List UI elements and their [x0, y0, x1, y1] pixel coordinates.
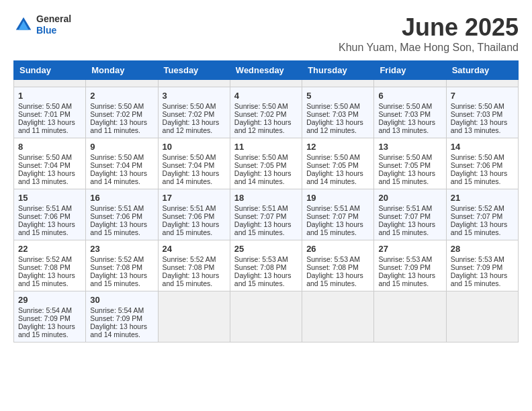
calendar-cell	[446, 80, 518, 87]
sunset-text: Sunset: 7:09 PM	[378, 263, 441, 271]
daylight-text: Daylight: 13 hours and 15 minutes.	[234, 220, 298, 236]
daylight-text: Daylight: 13 hours and 14 minutes.	[163, 169, 226, 185]
col-header-monday: Monday	[86, 61, 158, 80]
calendar-cell: 8Sunrise: 5:50 AMSunset: 7:04 PMDaylight…	[14, 138, 86, 189]
sunrise-text: Sunrise: 5:50 AM	[90, 102, 153, 110]
daylight-text: Daylight: 13 hours and 15 minutes.	[378, 271, 441, 287]
calendar-week-row: 22Sunrise: 5:52 AMSunset: 7:08 PMDayligh…	[14, 240, 519, 291]
calendar-cell: 22Sunrise: 5:52 AMSunset: 7:08 PMDayligh…	[14, 240, 86, 291]
calendar-cell	[374, 291, 446, 342]
day-number: 8	[18, 142, 81, 152]
day-number: 29	[18, 295, 81, 305]
daylight-text: Daylight: 13 hours and 15 minutes.	[451, 169, 514, 185]
sunrise-text: Sunrise: 5:50 AM	[306, 102, 369, 110]
daylight-text: Daylight: 13 hours and 15 minutes.	[306, 271, 369, 287]
calendar-cell: 7Sunrise: 5:50 AMSunset: 7:03 PMDaylight…	[446, 87, 518, 138]
calendar-cell: 13Sunrise: 5:50 AMSunset: 7:05 PMDayligh…	[374, 138, 446, 189]
calendar-week-row: 1Sunrise: 5:50 AMSunset: 7:01 PMDaylight…	[14, 87, 519, 138]
daylight-text: Daylight: 13 hours and 15 minutes.	[163, 271, 226, 287]
day-number: 10	[163, 142, 226, 152]
day-number: 12	[306, 142, 369, 152]
day-number: 17	[163, 193, 226, 203]
calendar-cell: 30Sunrise: 5:54 AMSunset: 7:09 PMDayligh…	[86, 291, 158, 342]
calendar-cell	[158, 291, 230, 342]
sunrise-text: Sunrise: 5:50 AM	[163, 153, 226, 161]
daylight-text: Daylight: 13 hours and 15 minutes.	[451, 220, 514, 236]
sunrise-text: Sunrise: 5:50 AM	[451, 102, 514, 110]
col-header-saturday: Saturday	[446, 61, 518, 80]
sunrise-text: Sunrise: 5:50 AM	[163, 102, 226, 110]
calendar-cell: 17Sunrise: 5:51 AMSunset: 7:06 PMDayligh…	[158, 189, 230, 240]
sunset-text: Sunset: 7:07 PM	[451, 212, 514, 220]
calendar-cell: 6Sunrise: 5:50 AMSunset: 7:03 PMDaylight…	[374, 87, 446, 138]
sunrise-text: Sunrise: 5:52 AM	[90, 255, 153, 263]
title-section: June 2025 Khun Yuam, Mae Hong Son, Thail…	[339, 13, 519, 54]
calendar-cell: 9Sunrise: 5:50 AMSunset: 7:04 PMDaylight…	[86, 138, 158, 189]
calendar-cell: 12Sunrise: 5:50 AMSunset: 7:05 PMDayligh…	[302, 138, 374, 189]
calendar-cell: 27Sunrise: 5:53 AMSunset: 7:09 PMDayligh…	[374, 240, 446, 291]
day-number: 23	[90, 244, 153, 254]
sunset-text: Sunset: 7:04 PM	[163, 161, 226, 169]
calendar-cell: 2Sunrise: 5:50 AMSunset: 7:02 PMDaylight…	[86, 87, 158, 138]
sunrise-text: Sunrise: 5:50 AM	[90, 153, 153, 161]
day-number: 11	[234, 142, 298, 152]
day-number: 3	[163, 91, 226, 101]
day-number: 30	[90, 295, 153, 305]
sunrise-text: Sunrise: 5:51 AM	[234, 204, 298, 212]
sunrise-text: Sunrise: 5:50 AM	[378, 153, 441, 161]
calendar-cell	[86, 80, 158, 87]
sunset-text: Sunset: 7:03 PM	[378, 110, 441, 118]
sunrise-text: Sunrise: 5:51 AM	[163, 204, 226, 212]
daylight-text: Daylight: 13 hours and 13 minutes.	[451, 118, 514, 134]
calendar-cell: 14Sunrise: 5:50 AMSunset: 7:06 PMDayligh…	[446, 138, 518, 189]
sunset-text: Sunset: 7:05 PM	[378, 161, 441, 169]
month-title: June 2025	[339, 13, 519, 42]
sunrise-text: Sunrise: 5:50 AM	[378, 102, 441, 110]
day-number: 21	[451, 193, 514, 203]
sunset-text: Sunset: 7:06 PM	[18, 212, 81, 220]
sunrise-text: Sunrise: 5:51 AM	[18, 204, 81, 212]
calendar-cell	[230, 80, 302, 87]
col-header-friday: Friday	[374, 61, 446, 80]
day-number: 6	[378, 91, 441, 101]
sunset-text: Sunset: 7:09 PM	[90, 314, 153, 322]
sunset-text: Sunset: 7:08 PM	[163, 263, 226, 271]
daylight-text: Daylight: 13 hours and 15 minutes.	[234, 271, 298, 287]
logo-general: General	[36, 13, 71, 25]
day-number: 25	[234, 244, 298, 254]
calendar-week-row	[14, 80, 519, 87]
sunrise-text: Sunrise: 5:50 AM	[451, 153, 514, 161]
calendar-table: SundayMondayTuesdayWednesdayThursdayFrid…	[13, 60, 519, 342]
daylight-text: Daylight: 13 hours and 15 minutes.	[18, 322, 81, 338]
calendar-cell	[230, 291, 302, 342]
day-number: 16	[90, 193, 153, 203]
sunset-text: Sunset: 7:03 PM	[451, 110, 514, 118]
sunset-text: Sunset: 7:02 PM	[163, 110, 226, 118]
calendar-week-row: 8Sunrise: 5:50 AMSunset: 7:04 PMDaylight…	[14, 138, 519, 189]
calendar-cell	[374, 80, 446, 87]
location-title: Khun Yuam, Mae Hong Son, Thailand	[339, 42, 519, 54]
day-number: 5	[306, 91, 369, 101]
calendar-cell: 4Sunrise: 5:50 AMSunset: 7:02 PMDaylight…	[230, 87, 302, 138]
daylight-text: Daylight: 13 hours and 12 minutes.	[163, 118, 226, 134]
daylight-text: Daylight: 13 hours and 12 minutes.	[306, 118, 369, 134]
day-number: 22	[18, 244, 81, 254]
sunset-text: Sunset: 7:08 PM	[18, 263, 81, 271]
sunset-text: Sunset: 7:03 PM	[306, 110, 369, 118]
calendar-cell: 29Sunrise: 5:54 AMSunset: 7:09 PMDayligh…	[14, 291, 86, 342]
daylight-text: Daylight: 13 hours and 15 minutes.	[90, 220, 153, 236]
sunset-text: Sunset: 7:08 PM	[306, 263, 369, 271]
sunrise-text: Sunrise: 5:50 AM	[234, 153, 298, 161]
calendar-cell: 19Sunrise: 5:51 AMSunset: 7:07 PMDayligh…	[302, 189, 374, 240]
day-number: 19	[306, 193, 369, 203]
sunset-text: Sunset: 7:07 PM	[234, 212, 298, 220]
col-header-sunday: Sunday	[14, 61, 86, 80]
sunrise-text: Sunrise: 5:52 AM	[451, 204, 514, 212]
day-number: 28	[451, 244, 514, 254]
day-number: 1	[18, 91, 81, 101]
sunset-text: Sunset: 7:06 PM	[163, 212, 226, 220]
sunset-text: Sunset: 7:06 PM	[90, 212, 153, 220]
logo-blue: Blue	[36, 25, 71, 36]
calendar-cell: 28Sunrise: 5:53 AMSunset: 7:09 PMDayligh…	[446, 240, 518, 291]
col-header-wednesday: Wednesday	[230, 61, 302, 80]
